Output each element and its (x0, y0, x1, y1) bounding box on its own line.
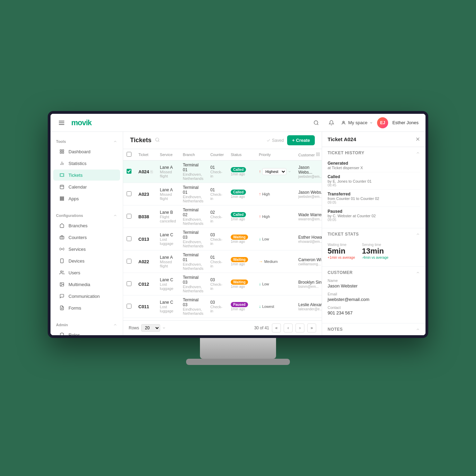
customer-email: lalexander@e... (298, 307, 322, 311)
ticket-history-header[interactable]: Ticket history (322, 147, 425, 159)
search-icon[interactable] (311, 117, 322, 128)
sidebar-item-services-label: Services (68, 247, 86, 252)
page-count: 30 of 41 (254, 326, 269, 330)
sidebar-item-multimedia[interactable]: Multimedia (53, 279, 120, 290)
row-checkbox[interactable] (127, 304, 131, 309)
prev-page-button[interactable]: ‹ (284, 323, 293, 332)
status-badge: Waiting (231, 257, 248, 262)
sidebar-item-devices-label: Devices (68, 258, 84, 264)
grid-icon (59, 148, 65, 155)
sidebar-item-services[interactable]: Services (53, 244, 120, 255)
apps-icon (59, 195, 65, 202)
app-logo: movik (71, 118, 92, 127)
sidebar-item-forms[interactable]: Forms (53, 302, 120, 313)
table-row[interactable]: C011 Lane C Lost luggage Terminal 03 Ein… (123, 295, 322, 318)
table-row[interactable]: C013 Lane C Lost luggage Terminal 03 Ein… (123, 228, 322, 250)
forms-icon (59, 305, 65, 311)
service-name: Lane C (160, 232, 176, 237)
branch-name: Terminal 03 (183, 298, 203, 307)
sidebar-item-calendar[interactable]: Calendar (53, 181, 120, 192)
sidebar-item-users[interactable]: Users (53, 267, 120, 278)
row-checkbox[interactable] (127, 169, 131, 174)
counter-sub: Check-in (210, 237, 224, 246)
service-sub: Missed flight (160, 192, 176, 201)
row-checkbox[interactable] (127, 214, 131, 219)
col-settings-icon[interactable] (316, 152, 320, 157)
svg-rect-33 (317, 153, 318, 154)
service-sub: Lost luggage (160, 237, 176, 246)
ticket-number: C012 (138, 282, 149, 287)
customer-name: Leslie Alexar... (298, 302, 322, 307)
next-page-button[interactable]: › (295, 323, 304, 332)
branch-sub: Eindhoven, Netherlands (183, 172, 203, 181)
topbar: movik My space EJ Esther Jones (51, 114, 425, 132)
row-checkbox[interactable] (127, 236, 131, 241)
topbar-right: My space EJ Esther Jones (311, 117, 419, 128)
copy-icon[interactable]: ⎘ (150, 170, 153, 174)
sidebar-item-dashboard[interactable]: Dashboard (53, 146, 120, 157)
sidebar-item-devices[interactable]: Devices (53, 255, 120, 266)
create-button[interactable]: + Create (287, 135, 315, 145)
priority-cell: ↓ Low (255, 273, 295, 295)
counter-number: 01 (210, 187, 224, 192)
row-checkbox[interactable] (127, 281, 131, 286)
sidebar-item-counters[interactable]: Counters (53, 232, 120, 243)
row-checkbox[interactable] (127, 191, 131, 196)
row-checkbox[interactable] (127, 259, 131, 264)
select-all-checkbox[interactable] (127, 152, 131, 157)
table-row[interactable]: A022 Lane A Missed flight Terminal 01 Ei… (123, 250, 322, 273)
multimedia-icon (59, 281, 65, 287)
service-sub: Lost luggage (160, 282, 176, 291)
col-branch: Branch (180, 149, 207, 161)
sidebar-item-tickets[interactable]: Tickets (53, 170, 120, 181)
notes-section-header[interactable]: Notes (322, 323, 425, 335)
ticket-history-title: Ticket history (328, 150, 364, 155)
table-row[interactable]: A024⎘ Lane A Missed flight Terminal 01 E… (123, 161, 322, 183)
branch-name: Terminal 03 (183, 230, 203, 240)
sidebar-item-branches[interactable]: Branches (53, 220, 120, 231)
search-tickets-icon[interactable] (155, 137, 160, 144)
branch-sub: Eindhoven, Netherlands (183, 195, 203, 203)
sidebar-item-statistics-label: Statistics (68, 161, 86, 166)
users-icon (59, 269, 65, 276)
rows-per-page-select[interactable]: 10 20 50 100 (141, 324, 160, 332)
menu-icon[interactable] (57, 119, 66, 126)
detail-header: Ticket A024 ✕ (322, 132, 425, 147)
service-sub: Flight cancelled (160, 215, 176, 223)
table-row[interactable]: B037 Lane B Flight cancelled Terminal 02… (123, 318, 322, 321)
service-name: Lane A (160, 187, 176, 192)
branch-sub: Eindhoven, Netherlands (183, 240, 203, 248)
table-row[interactable]: B038 Lane B Flight cancelled Terminal 02… (123, 205, 322, 228)
priority-select[interactable]: Highest High Medium Low Lowest (262, 168, 286, 175)
customer-section-header[interactable]: CUSTOMER (322, 267, 425, 278)
svg-rect-15 (63, 197, 64, 198)
waiting-time-stat: Waiting time 5min +1min vs average (328, 243, 355, 259)
service-name: Lane C (160, 277, 176, 282)
detail-close-button[interactable]: ✕ (415, 136, 420, 143)
ticket-stats-header[interactable]: Ticket stats (322, 228, 425, 240)
table-row[interactable]: C012 Lane C Lost luggage Terminal 03 Ein… (123, 273, 322, 295)
sidebar-item-apps[interactable]: Apps (53, 193, 120, 204)
time-ago: 1min ago (231, 285, 252, 289)
sidebar-item-communication[interactable]: Communication (53, 291, 120, 302)
history-called: Called by E. Jones to Counter 01 08:45 (328, 172, 420, 190)
svg-rect-16 (60, 198, 61, 199)
notification-icon[interactable] (326, 117, 337, 128)
table-row[interactable]: A023 Lane A Missed flight Terminal 01 Ei… (123, 183, 322, 205)
svg-point-26 (61, 271, 62, 273)
sidebar-item-branches-label: Branches (68, 223, 88, 228)
branch-sub: Eindhoven, Netherlands (183, 285, 203, 293)
tools-label: Tools (56, 139, 66, 144)
ticket-stats-title: Ticket stats (328, 232, 359, 237)
first-page-button[interactable]: « (272, 323, 281, 332)
notes-section-title: Notes (328, 327, 343, 332)
time-ago: 1min ago (231, 217, 252, 221)
svg-rect-22 (60, 236, 64, 239)
last-page-button[interactable]: » (307, 323, 316, 332)
sidebar-item-roles[interactable]: Roles (53, 329, 120, 335)
service-sub: Missed flight (160, 170, 176, 178)
my-space-button[interactable]: My space (341, 120, 373, 125)
priority-cell: ↓ Low (255, 228, 295, 250)
branch-sub: Eindhoven, Netherlands (183, 307, 203, 315)
sidebar-item-statistics[interactable]: Statistics (53, 158, 120, 169)
